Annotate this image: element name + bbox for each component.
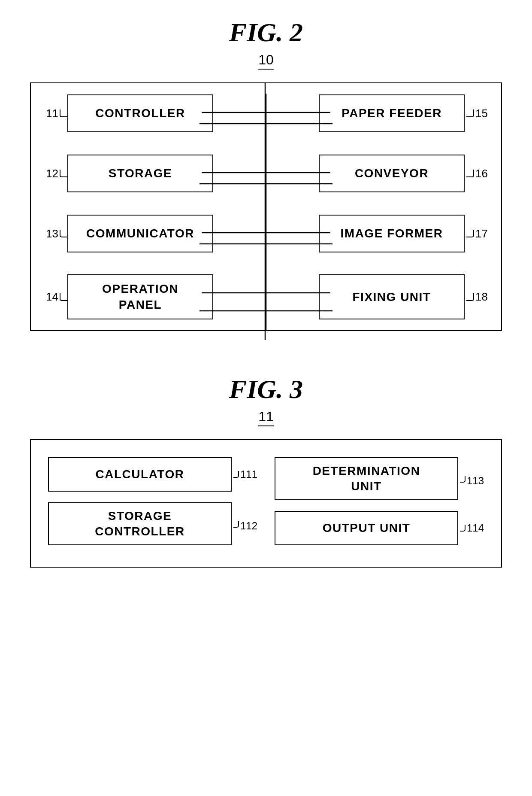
ref-15: 15	[465, 107, 488, 120]
block-communicator: COMMUNICATOR	[67, 215, 213, 252]
fig2-title: FIG. 2	[26, 17, 506, 48]
ref-13: 13	[44, 227, 67, 240]
bracket-114	[460, 525, 466, 532]
block-operation-panel: OPERATION PANEL	[67, 274, 213, 319]
block-calculator: CALCULATOR	[48, 457, 232, 492]
ref-14: 14	[44, 290, 67, 304]
ref-16: 16	[465, 167, 488, 180]
fig3-diagram-border: CALCULATOR 111 STORAGE CONTROLLER	[30, 439, 502, 568]
fig2-row-1: 11 CONTROLLER PAPER FEEDER 15	[44, 83, 488, 143]
bracket-11	[60, 109, 67, 117]
bracket-14	[60, 293, 67, 301]
fig3-row-output: OUTPUT UNIT 114	[275, 511, 484, 545]
bracket-112	[233, 521, 239, 528]
ref-17: 17	[465, 227, 488, 240]
fig3-left-col: CALCULATOR 111 STORAGE CONTROLLER	[48, 457, 257, 545]
block-image-former: IMAGE FORMER	[319, 215, 465, 252]
fig2-row-3: 13 COMMUNICATOR IMAGE FORMER 17	[44, 204, 488, 264]
fig3-ref: 11	[258, 409, 274, 426]
ref-11: 11	[44, 107, 67, 120]
block-storage-controller: STORAGE CONTROLLER	[48, 502, 232, 545]
bracket-13	[60, 230, 67, 237]
fig3-row-storage-controller: STORAGE CONTROLLER 112	[48, 502, 257, 545]
fig3-right-col: DETERMINATION UNIT 113 OUTPUT UNIT	[275, 457, 484, 545]
fig3-inner: CALCULATOR 111 STORAGE CONTROLLER	[48, 457, 484, 545]
bracket-18	[466, 293, 474, 301]
ref-111: 111	[232, 468, 257, 480]
bracket-113	[460, 476, 466, 483]
ref-18: 18	[465, 290, 488, 304]
fig2-ref: 10	[258, 52, 274, 70]
fig3-row-calculator: CALCULATOR 111	[48, 457, 257, 492]
bracket-111	[233, 471, 239, 478]
bracket-12	[60, 170, 67, 177]
block-determination-unit: DETERMINATION UNIT	[275, 457, 458, 500]
ref-113: 113	[458, 471, 484, 487]
block-controller: CONTROLLER	[67, 94, 213, 132]
ref-114: 114	[458, 522, 484, 534]
block-output-unit: OUTPUT UNIT	[275, 511, 458, 545]
fig2-row-2: 12 STORAGE CONVEYOR 16	[44, 143, 488, 204]
ref-12: 12	[44, 167, 67, 180]
bracket-16	[466, 170, 474, 177]
fig2-diagram-border: 11 CONTROLLER PAPER FEEDER 15	[30, 82, 502, 331]
fig3-title: FIG. 3	[26, 374, 506, 404]
block-storage: STORAGE	[67, 155, 213, 192]
fig2-row-4: 14 OPERATION PANEL FIXING UNIT 18	[44, 264, 488, 330]
fig3-row-determination: DETERMINATION UNIT 113	[275, 457, 484, 500]
ref-112: 112	[232, 516, 257, 532]
block-conveyor: CONVEYOR	[319, 155, 465, 192]
block-fixing-unit: FIXING UNIT	[319, 274, 465, 319]
bracket-15	[466, 109, 474, 117]
block-paper-feeder: PAPER FEEDER	[319, 94, 465, 132]
bracket-17	[466, 230, 474, 237]
